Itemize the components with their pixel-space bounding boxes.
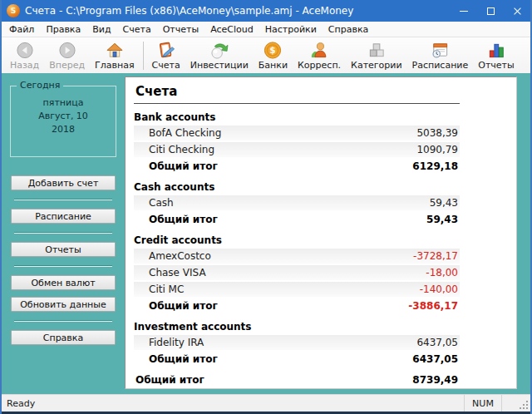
account-row[interactable]: Citi Checking1090,79 [134, 142, 460, 157]
status-pane-empty [502, 395, 519, 412]
account-balance: -140,00 [420, 283, 458, 295]
group-header-investment: Investment accounts [134, 321, 460, 333]
menu-item-settings[interactable]: Настройки [259, 24, 323, 35]
toolbar-schedule-button[interactable]: Расписание [407, 37, 474, 73]
account-name[interactable]: Citi MC [149, 283, 184, 295]
account-row[interactable]: BofA Checking5038,39 [134, 126, 460, 140]
categories-boxes-icon [367, 41, 387, 60]
account-balance: 59,43 [430, 197, 458, 209]
group-total-label: Общий итог [149, 214, 218, 225]
today-group-box: Сегодня пятница Август, 10 2018 [10, 86, 116, 157]
svg-text:$: $ [270, 45, 276, 55]
toolbar-reports-button[interactable]: Отчеты [473, 37, 519, 73]
group-total-amount: 59,43 [426, 214, 458, 225]
account-name[interactable]: Cash [149, 197, 174, 209]
gold-coin-icon: $ [263, 41, 283, 60]
toolbar-forward-button[interactable]: Вперед [44, 37, 90, 73]
sidebar: Сегодня пятница Август, 10 2018 Добавить… [2, 73, 125, 394]
group-total-row: Общий итог-3886,17 [134, 298, 460, 313]
today-weekday: пятница [11, 96, 116, 110]
group-total-amount: 6437,05 [412, 353, 458, 365]
toolbar-separator [143, 42, 144, 70]
window-controls [451, 0, 530, 22]
group-header-cash: Cash accounts [134, 181, 460, 193]
close-icon [513, 7, 522, 16]
account-name[interactable]: AmexCostco [149, 250, 211, 262]
group-total-label: Общий итог [149, 160, 218, 172]
title-rule [134, 103, 460, 104]
status-bar: Ready NUM [2, 394, 530, 412]
account-name[interactable]: BofA Checking [149, 127, 221, 139]
account-name[interactable]: Chase VISA [149, 267, 206, 278]
ledger-book-icon [156, 41, 176, 60]
sidebar-button-reports[interactable]: Отчеты [11, 242, 116, 257]
toolbar-payees-button[interactable]: Корресп. [293, 37, 346, 73]
grand-total-label: Общий итог [135, 374, 204, 386]
group-total-label: Общий итог [149, 353, 218, 365]
account-row[interactable]: Cash59,43 [134, 195, 460, 210]
sidebar-button-schedule[interactable]: Расписание [11, 209, 116, 224]
account-balance: 5038,39 [416, 127, 458, 139]
sidebar-button-help[interactable]: Справка [11, 330, 116, 345]
group-header-credit: Credit accounts [134, 234, 460, 246]
today-year: 2018 [11, 123, 116, 136]
account-row[interactable]: Citi MC-140,00 [134, 282, 460, 297]
menu-item-help[interactable]: Справка [323, 24, 374, 35]
account-row[interactable]: Fidelity IRA6437,05 [134, 335, 460, 350]
toolbar-home-button[interactable]: Главная [90, 37, 140, 73]
toolbar-investments-button[interactable]: Инвестиции [185, 37, 254, 73]
maximize-icon [487, 7, 495, 15]
account-balance: 6437,05 [416, 337, 458, 348]
window-title: Счета - C:\Program Files (x86)\AceMoney\… [25, 5, 451, 17]
account-name[interactable]: Citi Checking [149, 144, 214, 155]
grand-total-amount: 8739,49 [412, 374, 458, 386]
account-balance: -3728,17 [413, 250, 458, 262]
app-logo-icon[interactable]: S [7, 4, 20, 17]
sidebar-button-currency-exchange[interactable]: Обмен валют [11, 275, 116, 290]
close-button[interactable] [504, 0, 530, 22]
group-total-label: Общий итог [149, 300, 218, 312]
account-balance: 1090,79 [416, 144, 458, 155]
menu-bar: ФайлПравкаВидСчетаОтчетыAceCloudНастройк… [2, 22, 530, 37]
toolbar-reports-label: Отчеты [478, 60, 514, 71]
sidebar-button-update-data[interactable]: Обновить данные [11, 297, 116, 312]
minimize-icon [460, 11, 468, 12]
account-balance: -18,00 [426, 267, 458, 278]
menu-item-acecloud[interactable]: AceCloud [204, 24, 259, 35]
resize-grip[interactable] [519, 400, 530, 412]
sidebar-separator [14, 199, 112, 200]
home-icon [105, 41, 125, 60]
titlebar: S Счета - C:\Program Files (x86)\AceMone… [2, 0, 530, 22]
toolbar-accounts-button[interactable]: Счета [147, 37, 185, 73]
group-total-amount: -3886,17 [408, 300, 458, 312]
toolbar-back-label: Назад [10, 60, 39, 71]
sidebar-button-add-account[interactable]: Добавить счет [11, 175, 116, 190]
menu-item-edit[interactable]: Правка [40, 24, 86, 35]
sidebar-separator [14, 232, 112, 234]
toolbar-back-button[interactable]: Назад [5, 37, 44, 73]
sidebar-separator [14, 320, 112, 322]
menu-item-reports[interactable]: Отчеты [157, 24, 204, 35]
toolbar-schedule-label: Расписание [412, 60, 469, 71]
group-total-amount: 6129,18 [412, 160, 458, 172]
maximize-button[interactable] [477, 0, 504, 22]
account-row[interactable]: AmexCostco-3728,17 [134, 249, 460, 264]
menu-item-file[interactable]: Файл [3, 24, 40, 35]
back-arrow-icon [15, 41, 35, 60]
toolbar-categories-button[interactable]: Категории [346, 37, 407, 73]
account-row[interactable]: Chase VISA-18,00 [134, 265, 460, 280]
toolbar-forward-label: Вперед [49, 60, 85, 71]
toolbar-categories-label: Категории [351, 60, 402, 71]
num-lock-indicator: NUM [464, 395, 502, 412]
toolbar-home-label: Главная [95, 60, 135, 71]
account-name[interactable]: Fidelity IRA [149, 337, 204, 348]
menu-item-accounts[interactable]: Счета [117, 24, 157, 35]
menu-item-view[interactable]: Вид [86, 24, 116, 35]
minimize-button[interactable] [451, 0, 477, 22]
investment-sphere-icon [209, 41, 229, 60]
toolbar-banks-button[interactable]: $Банки [254, 37, 293, 73]
payee-person-icon [309, 41, 329, 60]
accounts-report: Счета Bank accountsBofA Checking5038,39C… [134, 84, 460, 387]
page-title: Счета [135, 84, 460, 99]
group-total-row: Общий итог59,43 [134, 212, 460, 227]
